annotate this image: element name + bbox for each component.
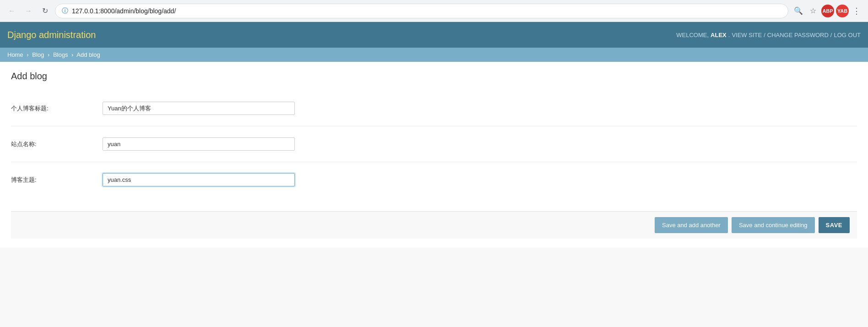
bookmark-button[interactable]: ☆ (807, 5, 819, 17)
field-label-site-name: 站点名称: (11, 135, 103, 154)
view-site-link[interactable]: VIEW SITE (732, 32, 762, 38)
welcome-text: WELCOME, (676, 32, 709, 38)
admin-title[interactable]: Django administration (7, 30, 96, 40)
breadcrumb-home[interactable]: Home (7, 51, 23, 58)
period: . (728, 32, 730, 38)
breadcrumb-current: Add blog (76, 51, 100, 58)
avatar-abp[interactable]: ABP (821, 5, 834, 17)
browser-menu-button[interactable]: ⋮ (851, 4, 863, 18)
url-text: 127.0.0.1:8000/admin/blog/blog/add/ (72, 7, 176, 15)
reload-button[interactable]: ↻ (38, 5, 51, 17)
crumb-sep-2: › (48, 51, 49, 58)
crumb-sep-1: › (27, 51, 28, 58)
info-icon: ⓘ (62, 7, 68, 15)
admin-header: Django administration WELCOME, ALEX. VIE… (0, 22, 868, 48)
breadcrumb-blogs[interactable]: Blogs (53, 51, 68, 58)
form-row-blog-title: 个人博客标题: (11, 91, 857, 126)
input-blog-theme[interactable] (103, 173, 295, 186)
avatar-yab[interactable]: YAB (836, 5, 849, 17)
field-label-blog-theme: 博客主题: (11, 170, 103, 190)
submit-row: Save and add another Save and continue e… (11, 211, 857, 239)
field-label-blog-title: 个人博客标题: (11, 99, 103, 118)
sep1: / (764, 32, 765, 38)
field-input-wrap-blog-title (103, 96, 857, 120)
field-input-wrap-blog-theme (103, 168, 857, 192)
breadcrumb: Home › Blog › Blogs › Add blog (0, 48, 868, 62)
sep2: / (830, 32, 832, 38)
browser-actions: 🔍 ☆ ABP YAB ⋮ (792, 4, 863, 18)
form-row-blog-theme: 博客主题: (11, 162, 857, 197)
forward-button[interactable]: → (22, 5, 35, 17)
username: ALEX (711, 32, 727, 38)
field-input-wrap-site-name (103, 132, 857, 156)
address-bar[interactable]: ⓘ 127.0.0.1:8000/admin/blog/blog/add/ (55, 4, 788, 18)
blog-form: 个人博客标题:站点名称:博客主题: (11, 91, 857, 202)
main-content: Add blog 个人博客标题:站点名称:博客主题: Save and add … (0, 62, 868, 248)
back-button[interactable]: ← (5, 5, 18, 17)
search-button[interactable]: 🔍 (792, 5, 805, 17)
input-site-name[interactable] (103, 137, 295, 151)
form-row-site-name: 站点名称: (11, 126, 857, 162)
browser-chrome: ← → ↻ ⓘ 127.0.0.1:8000/admin/blog/blog/a… (0, 0, 868, 22)
page-title: Add blog (11, 71, 857, 82)
crumb-sep-3: › (71, 51, 73, 58)
save-add-another-button[interactable]: Save and add another (655, 217, 728, 233)
user-tools: WELCOME, ALEX. VIEW SITE / CHANGE PASSWO… (676, 32, 861, 38)
log-out-link[interactable]: LOG OUT (834, 32, 861, 38)
change-password-link[interactable]: CHANGE PASSWORD (767, 32, 829, 38)
save-continue-editing-button[interactable]: Save and continue editing (732, 217, 815, 233)
save-button[interactable]: SAVE (819, 217, 850, 233)
breadcrumb-blog[interactable]: Blog (32, 51, 44, 58)
input-blog-title[interactable] (103, 102, 295, 115)
